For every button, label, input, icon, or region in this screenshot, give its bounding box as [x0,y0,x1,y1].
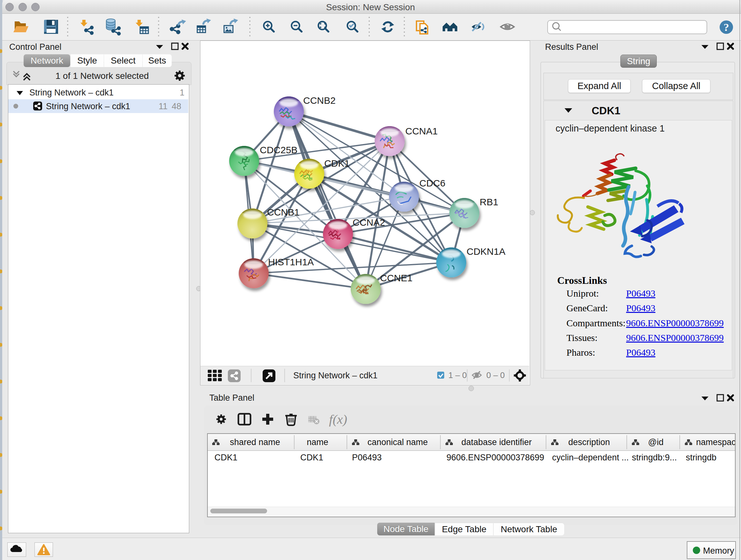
svg-text:canonical name: canonical name [367,437,428,447]
svg-text:0 – 0: 0 – 0 [486,370,505,380]
svg-text:HIST1H1A: HIST1H1A [268,257,314,267]
svg-text:CDK1: CDK1 [324,158,350,169]
svg-text:@id: @id [648,437,664,447]
svg-text:String Network – cdk1: String Network – cdk1 [293,371,378,380]
svg-text:1 – 0: 1 – 0 [448,370,467,380]
svg-text:?: ? [724,21,729,33]
svg-text:description: description [568,437,610,447]
svg-text:CDKN1A: CDKN1A [467,246,506,257]
svg-text:CCNA1: CCNA1 [405,126,438,136]
svg-text:CCNA2: CCNA2 [353,217,385,228]
svg-text:database identifier: database identifier [461,437,532,447]
svg-text:CDC25B: CDC25B [260,145,297,155]
svg-text:CCNE1: CCNE1 [380,273,413,283]
svg-text:CCNB2: CCNB2 [303,95,336,106]
svg-text:f(x): f(x) [329,412,347,427]
svg-text:1 of 1 Network selected: 1 of 1 Network selected [56,71,149,81]
svg-text:shared name: shared name [230,437,280,447]
svg-text:name: name [307,437,328,447]
svg-text:namespace: namespace [696,437,735,447]
svg-text:RB1: RB1 [480,197,498,207]
svg-text:CCNB1: CCNB1 [267,207,300,217]
svg-text:CDC6: CDC6 [419,178,446,188]
